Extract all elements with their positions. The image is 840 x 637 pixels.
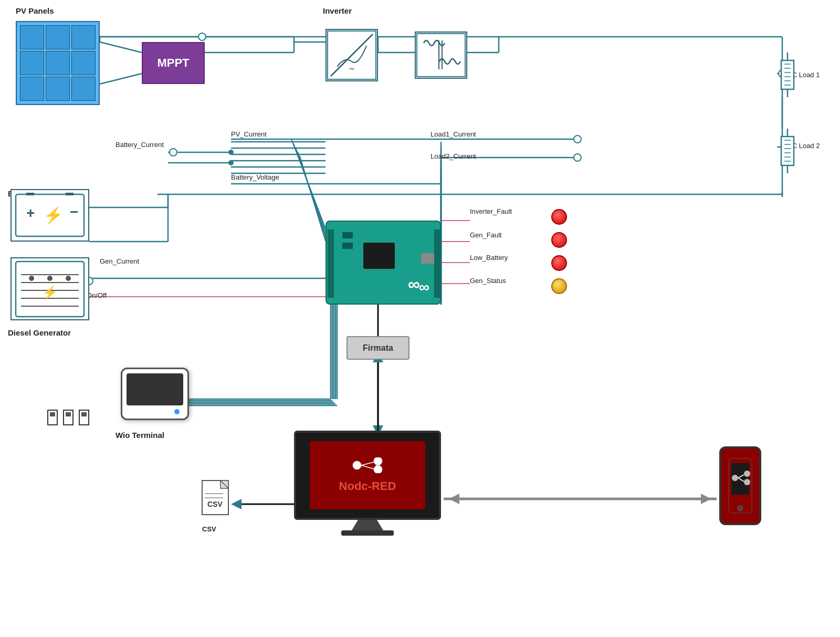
svg-point-20 bbox=[66, 276, 71, 281]
wio-terminal-label: Wio Terminal bbox=[116, 431, 164, 440]
pv-current-label: PV_Current bbox=[231, 130, 267, 138]
svg-point-19 bbox=[47, 276, 52, 281]
inverter-label: Inverter bbox=[323, 6, 352, 15]
svg-rect-10 bbox=[26, 193, 34, 195]
svg-rect-3 bbox=[417, 34, 465, 77]
svg-point-42 bbox=[732, 475, 738, 481]
firmata-box: Firmata bbox=[346, 336, 410, 360]
inverter-fault-led bbox=[551, 209, 567, 225]
svg-text:⚡: ⚡ bbox=[44, 206, 64, 225]
gen-current-label: Gen_Current bbox=[100, 257, 139, 265]
pv-panels-label: PV Panels bbox=[16, 6, 54, 15]
ac-load1-resistor bbox=[777, 53, 798, 116]
svg-rect-28 bbox=[434, 229, 440, 298]
ac-load2-resistor bbox=[777, 129, 798, 192]
mppt-box: MPPT bbox=[142, 42, 205, 84]
low-battery-label: Low_Battery bbox=[470, 254, 508, 262]
svg-point-18 bbox=[29, 276, 34, 281]
svg-rect-23 bbox=[363, 243, 395, 269]
diesel-generator-label: Diesel Generator bbox=[8, 328, 71, 337]
on-off-label: On/Off bbox=[87, 291, 107, 299]
svg-point-43 bbox=[744, 471, 750, 477]
low-battery-led bbox=[551, 255, 567, 271]
svg-text:−: − bbox=[70, 204, 78, 220]
battery-box: + ⚡ − bbox=[10, 189, 89, 242]
pv-panels bbox=[16, 21, 100, 105]
wio-terminal bbox=[121, 368, 189, 420]
svg-rect-11 bbox=[66, 193, 74, 195]
csv-icon: CSV bbox=[200, 478, 236, 520]
svg-text:∞: ∞ bbox=[408, 275, 420, 294]
arduino-board: ∞ bbox=[326, 221, 441, 305]
toggle-switch-1[interactable] bbox=[47, 410, 58, 425]
phone bbox=[719, 446, 761, 525]
svg-point-44 bbox=[744, 479, 750, 485]
load1-current-label: Load1_Current bbox=[430, 130, 476, 138]
transformer-box bbox=[415, 32, 467, 79]
inverter-box: ~ bbox=[326, 29, 378, 81]
svg-rect-22 bbox=[328, 229, 334, 298]
svg-point-31 bbox=[374, 465, 382, 473]
gen-fault-led bbox=[551, 232, 567, 248]
gen-status-led bbox=[551, 278, 567, 294]
svg-rect-26 bbox=[342, 243, 353, 249]
toggle-switch-2[interactable] bbox=[63, 410, 74, 425]
battery-current-label: Battery_Current bbox=[116, 141, 164, 149]
csv-label: CSV bbox=[202, 525, 216, 533]
toggle-switch-3[interactable] bbox=[79, 410, 89, 425]
gen-fault-label: Gen_Fault bbox=[470, 231, 502, 239]
svg-text:⚡: ⚡ bbox=[42, 285, 58, 300]
generator-box: ⚡ bbox=[10, 257, 89, 320]
svg-point-30 bbox=[374, 457, 382, 465]
svg-rect-25 bbox=[342, 232, 353, 238]
svg-line-32 bbox=[361, 462, 374, 465]
load2-current-label: Load2_Current bbox=[430, 152, 476, 160]
svg-point-47 bbox=[738, 506, 743, 511]
inverter-fault-label: Inverter_Fault bbox=[470, 207, 512, 215]
svg-text:+: + bbox=[26, 205, 35, 221]
svg-text:CSV: CSV bbox=[207, 500, 223, 508]
node-red-monitor: Nodc-RED bbox=[294, 431, 441, 536]
battery-voltage-label: Battery_Voltage bbox=[231, 173, 279, 181]
svg-text:~: ~ bbox=[349, 64, 355, 74]
gen-status-label: Gen_Status bbox=[470, 277, 506, 285]
svg-line-33 bbox=[361, 465, 374, 469]
svg-point-29 bbox=[353, 461, 361, 469]
